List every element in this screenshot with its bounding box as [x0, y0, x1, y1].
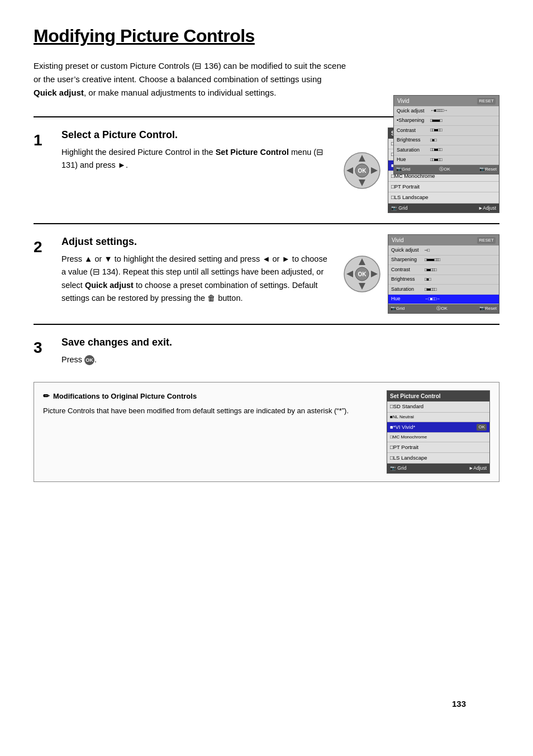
step-1-body: Highlight the desired Picture Control in… — [61, 146, 332, 172]
screen-3-row-co: Contrast □■■□□□ — [388, 265, 499, 275]
screen-4: Set Picture Control □SD Standard ■NL Neu… — [387, 390, 490, 474]
screen-4-row-sd: □SD Standard — [387, 401, 489, 412]
step-1-title: Select a Picture Control. — [61, 127, 332, 143]
screen-4-footer: 📷 Grid ►Adjust — [387, 464, 489, 473]
step-2-content: Adjust settings. Press ▲ or ▼ to highlig… — [61, 234, 332, 305]
note-title-text: Modifications to Original Picture Contro… — [53, 391, 197, 402]
screen-1-row-br: Brightness □■□ — [394, 136, 499, 146]
note-box: ✏ Modifications to Original Picture Cont… — [34, 382, 499, 482]
screen-1: Vivid RESET Quick adjust ←■□□□□→ •Sharpe… — [393, 95, 499, 174]
step-3-title: Save changes and exit. — [61, 335, 499, 350]
screen-1-row-hue: Hue □□■■□□ — [394, 155, 499, 166]
screen-4-header: Set Picture Control — [387, 391, 489, 401]
screen-1-row-sh: •Sharpening □■■■■□ — [394, 116, 499, 126]
nav-button-1: OK — [343, 152, 381, 190]
note-icon: ✏ — [43, 390, 50, 402]
screen-1-footer: 📷Grid ⓈOK 📷Reset — [394, 165, 499, 174]
page-title: Modifying Picture Controls — [34, 22, 499, 49]
svg-text:OK: OK — [358, 168, 367, 174]
note-body: Picture Controls that have been modified… — [43, 405, 375, 417]
screen-1-row-co: Contrast □□■■□□ — [394, 126, 499, 136]
step-1-content: Select a Picture Control. Highlight the … — [61, 127, 332, 172]
screen-1-container: Vivid RESET Quick adjust ←■□□□□→ •Sharpe… — [393, 95, 499, 174]
screen-3: Vivid RESET Quick adjust ─□ Sharpening □… — [388, 234, 499, 314]
step-2-body: Press ▲ or ▼ to highlight the desired se… — [61, 253, 332, 305]
note-content: ✏ Modifications to Original Picture Cont… — [43, 390, 375, 417]
screen-2-row-pt: □PT Portrait — [388, 182, 499, 192]
screen-4-row-vi: ■*VI Vivid* OK — [387, 422, 489, 433]
screen-2-footer: 📷 Grid ►Adjust — [388, 204, 499, 213]
screen-3-row-sh: Sharpening □■■■■□□□ — [388, 256, 499, 266]
step-3-number: 3 — [34, 335, 61, 360]
step-2-visuals: OK Vivid RESET Quick adjust ─□ Sharpenin… — [343, 234, 499, 314]
screen-1-row-qa: Quick adjust ←■□□□□→ — [394, 106, 499, 116]
step-2-title: Adjust settings. — [61, 234, 332, 249]
step-2-number: 2 — [34, 234, 61, 259]
screen-3-footer: 📷Grid ⓈOK 📷Reset — [388, 304, 499, 313]
screen-3-header: Vivid RESET — [388, 235, 499, 245]
step-3-body: Press OK. — [61, 353, 341, 366]
step-2: 2 Adjust settings. Press ▲ or ▼ to highl… — [34, 223, 499, 324]
note-title: ✏ Modifications to Original Picture Cont… — [43, 390, 375, 402]
screen-3-row-br: Brightness □■□ — [388, 275, 499, 285]
step-3-content: Save changes and exit. Press OK. — [61, 335, 499, 366]
nav-button-2: OK — [343, 255, 381, 293]
screen-4-row-mc: □MC Monochrome — [387, 433, 489, 442]
screen-4-row-nl: ■NL Neutral — [387, 413, 489, 422]
screen-4-row-ls: □LS Landscape — [387, 453, 489, 464]
screen-3-row-qa: Quick adjust ─□ — [388, 245, 499, 256]
screen-3-row-hue: Hue ←□■□□→ — [388, 295, 499, 305]
screen-2-row-ls: □LS Landscape — [388, 192, 499, 203]
svg-text:OK: OK — [358, 271, 367, 277]
screen-1-row-sa: Saturation □□■■□□ — [394, 145, 499, 155]
intro-paragraph: Existing preset or custom Picture Contro… — [34, 59, 346, 100]
screen-3-row-sa: Saturation □■■□□□ — [388, 285, 499, 295]
page-number: 133 — [452, 698, 466, 711]
screen-1-header: Vivid RESET — [394, 96, 499, 106]
step-1-number: 1 — [34, 127, 61, 152]
step-3: 3 Save changes and exit. Press OK. — [34, 324, 499, 376]
screen-4-row-pt: □PT Portrait — [387, 442, 489, 453]
